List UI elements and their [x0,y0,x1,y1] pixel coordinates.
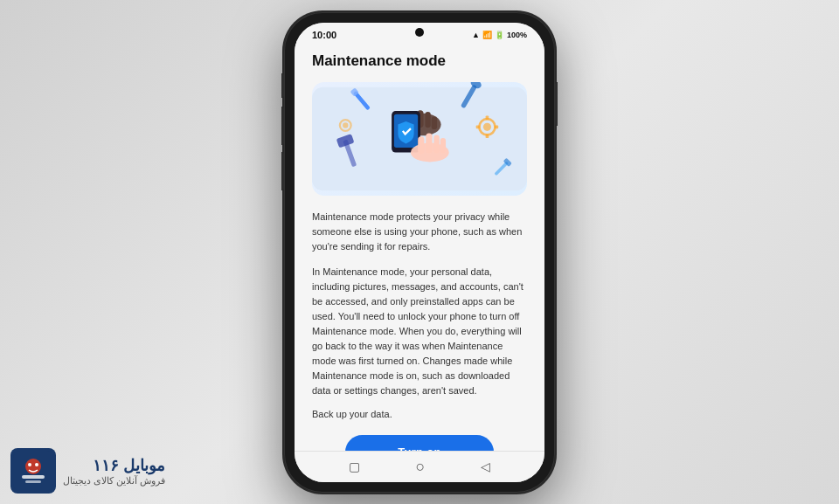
status-icons: ▲ 📶 🔋 100% [472,31,527,39]
backup-label: Back up your data. [312,409,392,419]
svg-rect-16 [486,134,489,138]
svg-rect-25 [432,116,437,129]
screen-content: Maintenance mode [295,44,544,451]
wifi-icon: 📶 [482,31,492,39]
svg-rect-3 [25,480,41,483]
bottom-nav: ▢ ○ ◁ [295,451,544,482]
page-title: Maintenance mode [312,52,527,70]
home-nav-icon[interactable]: ○ [416,458,426,476]
recents-nav-icon[interactable]: ▢ [349,459,360,473]
svg-point-20 [343,122,348,128]
svg-rect-2 [22,475,45,479]
power-button [555,82,558,126]
svg-rect-30 [426,133,432,153]
turn-on-button[interactable]: Turn on [345,435,494,450]
illustration-area [312,82,527,196]
svg-point-14 [483,122,491,130]
svg-point-5 [35,463,38,466]
svg-rect-17 [495,125,499,128]
phone-shell: 10:00 ▲ 📶 🔋 100% Maintenance mode [284,12,555,493]
description-2: In Maintenance mode, your personal data,… [312,265,527,398]
bixby-button [281,152,284,190]
signal-icon: ▲ [472,31,480,39]
svg-rect-31 [433,135,439,153]
volume-down-button [281,107,284,145]
description-1: Maintenance mode protects your privacy w… [312,210,527,254]
watermark-text-block: موبایل ۱۱۶ فروش آنلاین کالای دیجیتال [63,456,165,487]
back-nav-icon[interactable]: ◁ [481,459,490,473]
brand-subtitle: فروش آنلاین کالای دیجیتال [63,475,165,487]
watermark-logo [10,448,56,494]
watermark: موبایل ۱۱۶ فروش آنلاین کالای دیجیتال [10,448,165,494]
svg-rect-29 [418,136,424,154]
volume-up-button [281,73,284,98]
svg-rect-15 [486,115,489,120]
svg-rect-24 [425,112,430,128]
status-time: 10:00 [312,30,336,40]
svg-point-4 [28,463,31,466]
status-bar: 10:00 ▲ 📶 🔋 100% [295,23,544,44]
svg-rect-18 [476,125,481,128]
scene: موبایل ۱۱۶ فروش آنلاین کالای دیجیتال 10:… [0,0,839,504]
battery-icon: 🔋 [495,31,504,39]
phone-screen: 10:00 ▲ 📶 🔋 100% Maintenance mode [295,23,544,482]
svg-rect-32 [440,138,446,153]
brand-name: موبایل ۱۱۶ [63,456,165,475]
camera-hole [415,28,424,37]
battery-percent: 100% [507,31,527,39]
backup-text: Back up your data. [312,409,527,419]
